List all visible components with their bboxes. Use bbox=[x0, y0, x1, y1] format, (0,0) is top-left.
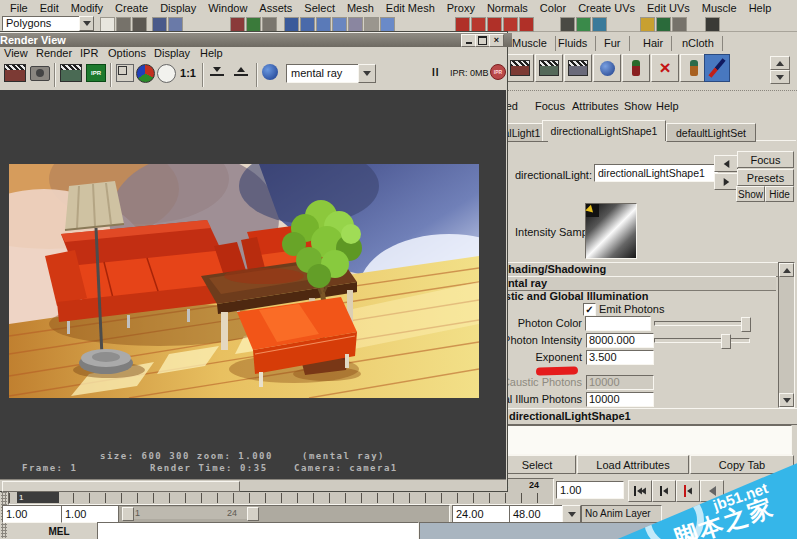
photon-intensity-slider-thumb[interactable] bbox=[721, 334, 731, 349]
menu-create-uvs[interactable]: Create UVs bbox=[572, 2, 641, 14]
pause-ipr-icon[interactable]: II bbox=[432, 67, 440, 78]
rv-menu-ipr[interactable]: IPR bbox=[80, 47, 98, 59]
range-end-handle[interactable] bbox=[247, 507, 259, 521]
ae-show-button[interactable]: Show bbox=[736, 186, 765, 202]
selection-mode-arrow[interactable] bbox=[79, 16, 94, 31]
snapshot-camera-icon[interactable] bbox=[30, 64, 50, 81]
construction-history-icon[interactable] bbox=[656, 17, 671, 32]
ipr-stop-icon[interactable]: IPR bbox=[490, 64, 506, 80]
renderer-dropdown-arrow[interactable] bbox=[358, 64, 376, 83]
step-back-key-button[interactable] bbox=[676, 480, 700, 502]
select-by-object-icon[interactable] bbox=[246, 17, 261, 32]
snap-to-grid-icon[interactable] bbox=[455, 17, 470, 32]
ae-unpin-icon[interactable] bbox=[714, 173, 738, 190]
ae-load-attributes-button[interactable]: Load Attributes bbox=[577, 455, 689, 474]
redo-render-icon[interactable] bbox=[4, 64, 26, 82]
shelf-paint-brush-icon[interactable] bbox=[704, 54, 730, 82]
ae-menu-focus[interactable]: Focus bbox=[535, 100, 565, 112]
ae-notes-header[interactable]: directionalLightShape1 bbox=[500, 408, 797, 425]
keep-image-icon[interactable] bbox=[208, 64, 226, 82]
ae-scroll-down-button[interactable] bbox=[779, 393, 794, 407]
ae-tab-defaultlightset[interactable]: defaultLightSet bbox=[666, 123, 756, 142]
open-scene-icon[interactable] bbox=[116, 17, 131, 32]
emit-photons-checkbox[interactable]: ✓ bbox=[583, 303, 596, 316]
rgb-channels-icon[interactable] bbox=[136, 64, 155, 83]
hotbox-icon[interactable] bbox=[705, 17, 720, 32]
shelf-ipr-clapper-icon[interactable] bbox=[535, 54, 563, 82]
rv-menu-view[interactable]: View bbox=[4, 47, 28, 59]
rv-menu-render[interactable]: Render bbox=[36, 47, 72, 59]
range-slider[interactable]: 1 24 bbox=[118, 505, 450, 523]
shelf-scroll-up-button[interactable] bbox=[770, 56, 790, 70]
new-scene-icon[interactable] bbox=[100, 17, 115, 32]
menu-modify[interactable]: Modify bbox=[65, 2, 109, 14]
playback-end-field[interactable]: 24.00 bbox=[452, 505, 510, 523]
shelf-tab-hair[interactable]: Hair bbox=[635, 36, 672, 51]
alpha-channel-icon[interactable] bbox=[157, 64, 176, 83]
remove-image-icon[interactable] bbox=[232, 64, 250, 82]
menu-normals[interactable]: Normals bbox=[481, 2, 534, 14]
photon-intensity-field[interactable]: 8000.000 bbox=[586, 333, 654, 348]
ae-focus-button[interactable]: Focus bbox=[737, 151, 794, 168]
menu-edit-uvs[interactable]: Edit UVs bbox=[641, 2, 696, 14]
menu-color[interactable]: Color bbox=[534, 2, 572, 14]
rv-menu-options[interactable]: Options bbox=[108, 47, 146, 59]
step-back-frame-button[interactable] bbox=[652, 480, 676, 502]
ae-scroll-up-button[interactable] bbox=[779, 263, 794, 277]
current-frame-indicator[interactable]: 1 bbox=[17, 492, 59, 503]
go-to-start-button[interactable] bbox=[628, 480, 652, 502]
paint-select-icon[interactable] bbox=[332, 17, 347, 32]
make-live-icon[interactable] bbox=[519, 17, 534, 32]
menu-help[interactable]: Help bbox=[743, 2, 778, 14]
ae-section-mental-ray[interactable]: mental ray bbox=[496, 276, 776, 291]
anim-layer-menu-button[interactable] bbox=[562, 505, 581, 523]
render-canvas[interactable]: size: 600 300 zoom: 1.000 (mental ray) F… bbox=[0, 90, 506, 479]
ae-section-shading-shadowing[interactable]: Shading/Shadowing bbox=[496, 262, 781, 277]
ae-menu-attributes[interactable]: Attributes bbox=[572, 100, 618, 112]
maximize-icon[interactable] bbox=[475, 34, 490, 47]
menu-window[interactable]: Window bbox=[202, 2, 253, 14]
command-line-input[interactable] bbox=[97, 522, 419, 539]
select-by-hierarchy-icon[interactable] bbox=[230, 17, 245, 32]
ae-scrollbar[interactable] bbox=[778, 262, 795, 408]
menu-select[interactable]: Select bbox=[298, 2, 341, 14]
menu-file[interactable]: File bbox=[4, 2, 34, 14]
photon-color-slider-thumb[interactable] bbox=[741, 317, 751, 332]
menu-display[interactable]: Display bbox=[154, 2, 202, 14]
render-settings-small-icon[interactable] bbox=[672, 17, 687, 32]
shelf-delete-x-icon[interactable]: × bbox=[651, 54, 679, 82]
exponent-field[interactable]: 3.500 bbox=[586, 350, 654, 365]
shelf-tab-fluids[interactable]: Fluids bbox=[550, 36, 596, 51]
range-start-handle[interactable] bbox=[122, 507, 134, 521]
close-icon[interactable]: × bbox=[489, 34, 504, 47]
ae-menu-show[interactable]: Show bbox=[624, 100, 652, 112]
menu-create[interactable]: Create bbox=[109, 2, 154, 14]
shelf-tab-fur[interactable]: Fur bbox=[596, 36, 630, 51]
rotate-tool-icon[interactable] bbox=[364, 17, 379, 32]
global-illum-photons-field[interactable]: 10000 bbox=[586, 392, 654, 407]
mel-button[interactable]: MEL bbox=[24, 523, 94, 539]
move-tool-icon[interactable] bbox=[348, 17, 363, 32]
ae-node-name-field[interactable]: directionalLightShape1 bbox=[594, 164, 718, 182]
redo-icon[interactable] bbox=[168, 17, 183, 32]
render-view-hscrollbar[interactable] bbox=[0, 479, 506, 491]
menu-edit-mesh[interactable]: Edit Mesh bbox=[380, 2, 441, 14]
photon-color-slider[interactable] bbox=[654, 321, 750, 326]
shelf-tab-ncloth[interactable]: nCloth bbox=[674, 36, 723, 51]
render-frame-icon[interactable] bbox=[576, 17, 591, 32]
ae-select-button[interactable]: Select bbox=[498, 455, 576, 474]
snap-to-curve-icon[interactable] bbox=[471, 17, 486, 32]
select-by-component-icon[interactable] bbox=[262, 17, 277, 32]
input-connections-icon[interactable] bbox=[560, 17, 575, 32]
highlight-selection-icon[interactable] bbox=[284, 17, 299, 32]
menu-assets[interactable]: Assets bbox=[253, 2, 298, 14]
shelf-batch-render-icon[interactable] bbox=[564, 54, 592, 82]
lasso-tool-icon[interactable] bbox=[316, 17, 331, 32]
ae-presets-button[interactable]: Presets bbox=[737, 169, 794, 186]
save-scene-icon[interactable] bbox=[132, 17, 147, 32]
region-render-icon[interactable] bbox=[116, 64, 134, 82]
photon-color-swatch[interactable] bbox=[585, 316, 651, 331]
renderer-dropdown[interactable]: mental ray bbox=[286, 64, 364, 83]
menu-mesh[interactable]: Mesh bbox=[341, 2, 380, 14]
ae-section-caustic-gi[interactable]: Caustic and Global Illumination bbox=[484, 290, 648, 302]
